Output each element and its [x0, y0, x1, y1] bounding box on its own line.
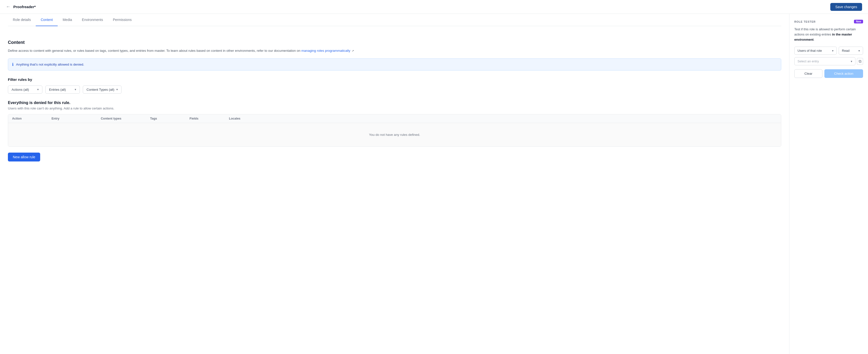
- role-tester-header: ROLE TESTER New: [794, 20, 863, 23]
- rt-external-link-button[interactable]: ⧉: [857, 58, 863, 65]
- new-allow-rule-button[interactable]: New allow rule: [8, 153, 40, 161]
- rt-action-select[interactable]: Read ▾: [839, 47, 863, 55]
- info-box: ℹ Anything that's not explicitly allowed…: [8, 58, 781, 70]
- rt-action-buttons: Clear Check action: [794, 69, 863, 78]
- table-header: Action Entry Content types Tags Fields L…: [8, 114, 781, 123]
- rt-entry-placeholder: Select an entry: [798, 59, 819, 63]
- rt-user-label: Users of that role: [798, 49, 822, 53]
- save-changes-button[interactable]: Save changes: [830, 3, 862, 11]
- table-col-content-types: Content types: [101, 117, 150, 120]
- table-col-tags: Tags: [150, 117, 189, 120]
- table-col-locales: Locales: [229, 117, 268, 120]
- tab-media[interactable]: Media: [58, 14, 77, 26]
- rt-user-select[interactable]: Users of that role ▾: [794, 47, 837, 55]
- table-col-action: Action: [12, 117, 52, 120]
- filter-actions-chevron: ▾: [37, 88, 39, 91]
- filter-entries-chevron: ▾: [75, 88, 76, 91]
- tab-role-details[interactable]: Role details: [8, 14, 36, 26]
- filter-content-types-label: Content Types (all): [87, 88, 114, 91]
- table-col-entry: Entry: [52, 117, 101, 120]
- rt-desc-end: .: [813, 38, 814, 41]
- back-button[interactable]: ←: [6, 4, 10, 9]
- rt-check-button[interactable]: Check action: [825, 69, 863, 78]
- rt-clear-button[interactable]: Clear: [794, 69, 823, 78]
- role-tester-title: ROLE TESTER: [794, 20, 816, 23]
- table-empty-state: You do not have any rules defined.: [8, 123, 781, 146]
- content-description: Define access to content with general ru…: [8, 48, 781, 54]
- external-link-icon: ↗: [352, 49, 354, 52]
- content-body: Content Define access to content with ge…: [8, 34, 781, 161]
- rt-entry-chevron: ▾: [851, 60, 852, 63]
- role-tester-panel: ROLE TESTER New Test if this role is all…: [789, 14, 868, 354]
- info-text: Anything that's not explicitly allowed i…: [16, 63, 84, 66]
- filter-actions-label: Actions (all): [11, 88, 29, 91]
- rt-entry-row: Select an entry ▾ ⧉: [794, 57, 863, 65]
- filter-entries-select[interactable]: Entries (all) ▾: [45, 86, 80, 94]
- tab-permissions[interactable]: Permissions: [108, 14, 136, 26]
- denied-title: Everything is denied for this rule.: [8, 100, 781, 105]
- content-section-title: Content: [8, 40, 781, 45]
- layout: Role details Content Media Environments …: [0, 14, 868, 354]
- tab-environments[interactable]: Environments: [77, 14, 108, 26]
- rt-user-chevron: ▾: [832, 49, 834, 53]
- rt-action-label: Read: [842, 49, 849, 53]
- filter-content-types-chevron: ▾: [116, 88, 118, 91]
- info-icon: ℹ: [12, 62, 13, 67]
- rt-user-action-row: Users of that role ▾ Read ▾: [794, 47, 863, 55]
- filter-actions-select[interactable]: Actions (all) ▾: [8, 86, 42, 94]
- tab-content[interactable]: Content: [36, 14, 58, 26]
- page-title: Proofreader*: [13, 5, 36, 9]
- header-left: ← Proofreader*: [6, 4, 36, 9]
- filter-row: Actions (all) ▾ Entries (all) ▾ Content …: [8, 86, 781, 94]
- rules-table: Action Entry Content types Tags Fields L…: [8, 114, 781, 147]
- top-header: ← Proofreader* Save changes: [0, 0, 868, 14]
- filter-entries-label: Entries (all): [49, 88, 66, 91]
- filter-title: Filter rules by: [8, 78, 781, 82]
- rt-entry-select[interactable]: Select an entry ▾: [794, 57, 856, 65]
- main-content: Role details Content Media Environments …: [0, 14, 789, 354]
- rt-action-chevron: ▾: [858, 49, 860, 53]
- back-icon: ←: [6, 4, 10, 9]
- role-tester-description: Test if this role is allowed to perform …: [794, 27, 863, 42]
- tabs-bar: Role details Content Media Environments …: [8, 14, 781, 26]
- desc-text: Define access to content with general ru…: [8, 49, 301, 53]
- table-col-fields: Fields: [189, 117, 229, 120]
- rt-external-link-icon: ⧉: [859, 59, 861, 64]
- filter-content-types-select[interactable]: Content Types (all) ▾: [83, 86, 122, 94]
- denied-subtitle: Users with this role can't do anything. …: [8, 107, 781, 110]
- new-badge: New: [854, 20, 863, 23]
- managing-roles-link[interactable]: managing roles programmatically: [302, 49, 350, 53]
